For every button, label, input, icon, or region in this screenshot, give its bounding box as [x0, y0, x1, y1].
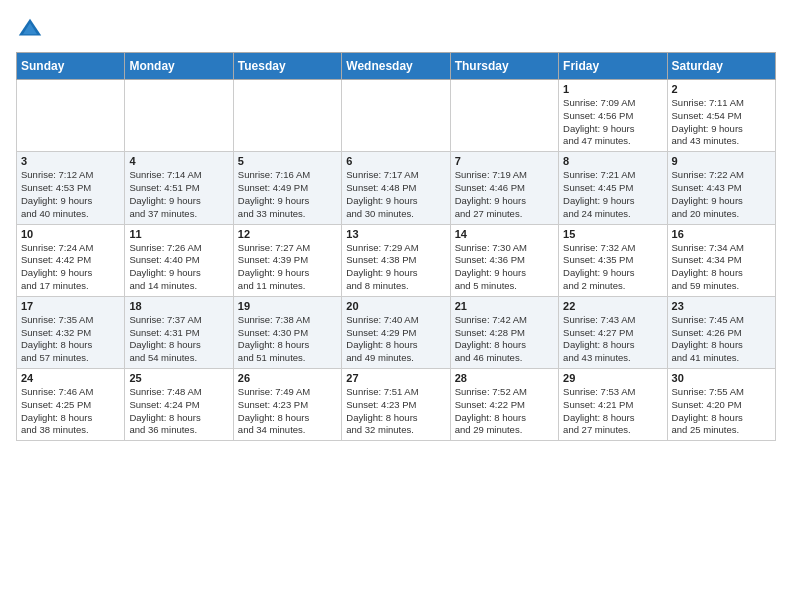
- calendar-cell: 1Sunrise: 7:09 AM Sunset: 4:56 PM Daylig…: [559, 80, 667, 152]
- calendar-cell: 24Sunrise: 7:46 AM Sunset: 4:25 PM Dayli…: [17, 369, 125, 441]
- weekday-header: Tuesday: [233, 53, 341, 80]
- day-info: Sunrise: 7:11 AM Sunset: 4:54 PM Dayligh…: [672, 97, 771, 148]
- day-info: Sunrise: 7:52 AM Sunset: 4:22 PM Dayligh…: [455, 386, 554, 437]
- calendar-cell: 2Sunrise: 7:11 AM Sunset: 4:54 PM Daylig…: [667, 80, 775, 152]
- calendar-cell: 22Sunrise: 7:43 AM Sunset: 4:27 PM Dayli…: [559, 296, 667, 368]
- day-info: Sunrise: 7:32 AM Sunset: 4:35 PM Dayligh…: [563, 242, 662, 293]
- calendar-week-row: 24Sunrise: 7:46 AM Sunset: 4:25 PM Dayli…: [17, 369, 776, 441]
- day-number: 26: [238, 372, 337, 384]
- day-info: Sunrise: 7:48 AM Sunset: 4:24 PM Dayligh…: [129, 386, 228, 437]
- logo: [16, 16, 48, 44]
- day-number: 27: [346, 372, 445, 384]
- weekday-header: Thursday: [450, 53, 558, 80]
- calendar-cell: 20Sunrise: 7:40 AM Sunset: 4:29 PM Dayli…: [342, 296, 450, 368]
- calendar-cell: 13Sunrise: 7:29 AM Sunset: 4:38 PM Dayli…: [342, 224, 450, 296]
- day-number: 21: [455, 300, 554, 312]
- day-number: 9: [672, 155, 771, 167]
- day-number: 6: [346, 155, 445, 167]
- day-info: Sunrise: 7:14 AM Sunset: 4:51 PM Dayligh…: [129, 169, 228, 220]
- day-number: 30: [672, 372, 771, 384]
- day-number: 11: [129, 228, 228, 240]
- calendar-week-row: 17Sunrise: 7:35 AM Sunset: 4:32 PM Dayli…: [17, 296, 776, 368]
- calendar-cell: 8Sunrise: 7:21 AM Sunset: 4:45 PM Daylig…: [559, 152, 667, 224]
- day-info: Sunrise: 7:12 AM Sunset: 4:53 PM Dayligh…: [21, 169, 120, 220]
- calendar-cell: [342, 80, 450, 152]
- day-info: Sunrise: 7:17 AM Sunset: 4:48 PM Dayligh…: [346, 169, 445, 220]
- day-info: Sunrise: 7:09 AM Sunset: 4:56 PM Dayligh…: [563, 97, 662, 148]
- calendar-cell: 29Sunrise: 7:53 AM Sunset: 4:21 PM Dayli…: [559, 369, 667, 441]
- calendar-cell: 5Sunrise: 7:16 AM Sunset: 4:49 PM Daylig…: [233, 152, 341, 224]
- day-number: 4: [129, 155, 228, 167]
- weekday-header: Sunday: [17, 53, 125, 80]
- day-number: 20: [346, 300, 445, 312]
- day-info: Sunrise: 7:29 AM Sunset: 4:38 PM Dayligh…: [346, 242, 445, 293]
- day-info: Sunrise: 7:24 AM Sunset: 4:42 PM Dayligh…: [21, 242, 120, 293]
- day-info: Sunrise: 7:46 AM Sunset: 4:25 PM Dayligh…: [21, 386, 120, 437]
- day-info: Sunrise: 7:43 AM Sunset: 4:27 PM Dayligh…: [563, 314, 662, 365]
- day-number: 19: [238, 300, 337, 312]
- day-number: 14: [455, 228, 554, 240]
- page-header: [16, 16, 776, 44]
- day-info: Sunrise: 7:38 AM Sunset: 4:30 PM Dayligh…: [238, 314, 337, 365]
- day-number: 25: [129, 372, 228, 384]
- calendar-cell: 10Sunrise: 7:24 AM Sunset: 4:42 PM Dayli…: [17, 224, 125, 296]
- day-number: 1: [563, 83, 662, 95]
- calendar-cell: [17, 80, 125, 152]
- calendar-cell: 16Sunrise: 7:34 AM Sunset: 4:34 PM Dayli…: [667, 224, 775, 296]
- day-info: Sunrise: 7:37 AM Sunset: 4:31 PM Dayligh…: [129, 314, 228, 365]
- day-info: Sunrise: 7:27 AM Sunset: 4:39 PM Dayligh…: [238, 242, 337, 293]
- day-number: 29: [563, 372, 662, 384]
- calendar-week-row: 10Sunrise: 7:24 AM Sunset: 4:42 PM Dayli…: [17, 224, 776, 296]
- calendar-cell: 6Sunrise: 7:17 AM Sunset: 4:48 PM Daylig…: [342, 152, 450, 224]
- day-info: Sunrise: 7:40 AM Sunset: 4:29 PM Dayligh…: [346, 314, 445, 365]
- day-info: Sunrise: 7:21 AM Sunset: 4:45 PM Dayligh…: [563, 169, 662, 220]
- weekday-header: Monday: [125, 53, 233, 80]
- day-number: 28: [455, 372, 554, 384]
- day-info: Sunrise: 7:34 AM Sunset: 4:34 PM Dayligh…: [672, 242, 771, 293]
- calendar-cell: [450, 80, 558, 152]
- weekday-header: Friday: [559, 53, 667, 80]
- day-number: 8: [563, 155, 662, 167]
- calendar-cell: 27Sunrise: 7:51 AM Sunset: 4:23 PM Dayli…: [342, 369, 450, 441]
- calendar-cell: 14Sunrise: 7:30 AM Sunset: 4:36 PM Dayli…: [450, 224, 558, 296]
- day-info: Sunrise: 7:35 AM Sunset: 4:32 PM Dayligh…: [21, 314, 120, 365]
- day-number: 16: [672, 228, 771, 240]
- day-info: Sunrise: 7:30 AM Sunset: 4:36 PM Dayligh…: [455, 242, 554, 293]
- calendar-cell: 23Sunrise: 7:45 AM Sunset: 4:26 PM Dayli…: [667, 296, 775, 368]
- day-number: 5: [238, 155, 337, 167]
- day-number: 10: [21, 228, 120, 240]
- calendar-cell: 3Sunrise: 7:12 AM Sunset: 4:53 PM Daylig…: [17, 152, 125, 224]
- weekday-header-row: SundayMondayTuesdayWednesdayThursdayFrid…: [17, 53, 776, 80]
- calendar: SundayMondayTuesdayWednesdayThursdayFrid…: [16, 52, 776, 441]
- day-number: 24: [21, 372, 120, 384]
- day-info: Sunrise: 7:22 AM Sunset: 4:43 PM Dayligh…: [672, 169, 771, 220]
- day-number: 17: [21, 300, 120, 312]
- calendar-cell: 9Sunrise: 7:22 AM Sunset: 4:43 PM Daylig…: [667, 152, 775, 224]
- calendar-cell: 18Sunrise: 7:37 AM Sunset: 4:31 PM Dayli…: [125, 296, 233, 368]
- day-number: 3: [21, 155, 120, 167]
- day-number: 15: [563, 228, 662, 240]
- weekday-header: Saturday: [667, 53, 775, 80]
- day-info: Sunrise: 7:51 AM Sunset: 4:23 PM Dayligh…: [346, 386, 445, 437]
- day-number: 13: [346, 228, 445, 240]
- day-info: Sunrise: 7:53 AM Sunset: 4:21 PM Dayligh…: [563, 386, 662, 437]
- day-info: Sunrise: 7:16 AM Sunset: 4:49 PM Dayligh…: [238, 169, 337, 220]
- weekday-header: Wednesday: [342, 53, 450, 80]
- calendar-cell: 11Sunrise: 7:26 AM Sunset: 4:40 PM Dayli…: [125, 224, 233, 296]
- calendar-cell: 7Sunrise: 7:19 AM Sunset: 4:46 PM Daylig…: [450, 152, 558, 224]
- day-number: 7: [455, 155, 554, 167]
- calendar-cell: 12Sunrise: 7:27 AM Sunset: 4:39 PM Dayli…: [233, 224, 341, 296]
- calendar-week-row: 3Sunrise: 7:12 AM Sunset: 4:53 PM Daylig…: [17, 152, 776, 224]
- day-info: Sunrise: 7:19 AM Sunset: 4:46 PM Dayligh…: [455, 169, 554, 220]
- day-number: 18: [129, 300, 228, 312]
- day-info: Sunrise: 7:49 AM Sunset: 4:23 PM Dayligh…: [238, 386, 337, 437]
- day-info: Sunrise: 7:45 AM Sunset: 4:26 PM Dayligh…: [672, 314, 771, 365]
- calendar-cell: 19Sunrise: 7:38 AM Sunset: 4:30 PM Dayli…: [233, 296, 341, 368]
- calendar-cell: [233, 80, 341, 152]
- day-number: 12: [238, 228, 337, 240]
- calendar-week-row: 1Sunrise: 7:09 AM Sunset: 4:56 PM Daylig…: [17, 80, 776, 152]
- day-info: Sunrise: 7:26 AM Sunset: 4:40 PM Dayligh…: [129, 242, 228, 293]
- calendar-cell: 30Sunrise: 7:55 AM Sunset: 4:20 PM Dayli…: [667, 369, 775, 441]
- calendar-cell: 4Sunrise: 7:14 AM Sunset: 4:51 PM Daylig…: [125, 152, 233, 224]
- calendar-cell: 26Sunrise: 7:49 AM Sunset: 4:23 PM Dayli…: [233, 369, 341, 441]
